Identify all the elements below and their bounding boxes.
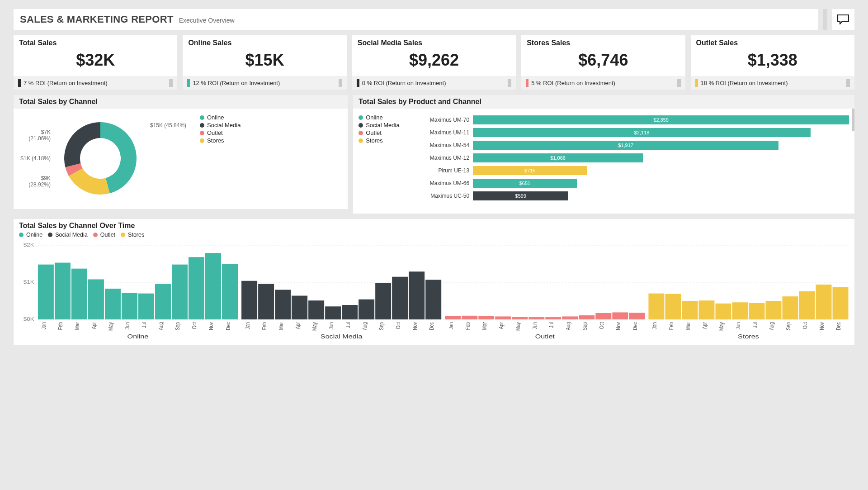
svg-text:Mar: Mar xyxy=(74,322,81,330)
donut-chart-title: Total Sales by Channel xyxy=(14,95,348,109)
svg-text:Apr: Apr xyxy=(497,322,505,329)
svg-text:Aug: Aug xyxy=(564,322,571,330)
svg-text:Mar: Mar xyxy=(684,322,691,330)
svg-text:Apr: Apr xyxy=(701,322,708,329)
timeline-legend: OnlineSocial MediaOutletStores xyxy=(14,231,854,242)
legend-label: Stores xyxy=(366,137,383,144)
timeline-bar xyxy=(392,277,408,319)
product-bar: $2,118 xyxy=(473,128,811,137)
timeline-bar xyxy=(579,315,594,319)
svg-text:Aug: Aug xyxy=(157,322,165,330)
roi-end-marker xyxy=(169,79,173,87)
product-bar-row: Maximus UM-70 $2,359 xyxy=(417,114,849,126)
roi-text: 5 % ROI (Return on Investment) xyxy=(531,80,615,86)
timeline-bar xyxy=(595,313,611,319)
roi-indicator-icon xyxy=(187,79,190,87)
product-name: Maximus UM-70 xyxy=(417,117,473,123)
timeline-bar xyxy=(749,303,764,319)
svg-text:Outlet: Outlet xyxy=(535,333,555,339)
legend-dot-icon xyxy=(48,233,52,237)
svg-text:Jun: Jun xyxy=(327,322,335,329)
product-name: Maximus UM-11 xyxy=(417,129,473,136)
roi-end-marker xyxy=(508,79,511,87)
legend-label: Online xyxy=(26,232,42,238)
svg-text:$1K: $1K xyxy=(24,280,34,285)
timeline-bar xyxy=(359,300,374,319)
roi-indicator-icon xyxy=(357,79,359,87)
timeline-bar xyxy=(833,287,849,319)
kpi-card-stores[interactable]: Stores Sales $6,746 5 % ROI (Return on I… xyxy=(521,35,685,90)
svg-text:Feb: Feb xyxy=(667,322,675,330)
svg-text:Apr: Apr xyxy=(294,322,301,329)
roi-text: 18 % ROI (Return on Investment) xyxy=(701,80,788,86)
kpi-label: Outlet Sales xyxy=(691,35,854,47)
timeline-bar xyxy=(765,301,781,319)
legend-dot-icon xyxy=(93,233,98,237)
timeline-bar xyxy=(425,280,441,319)
timeline-bar xyxy=(799,291,815,319)
svg-text:Nov: Nov xyxy=(208,322,215,330)
svg-text:Aug: Aug xyxy=(361,322,368,330)
donut-chart-panel[interactable]: Total Sales by Channel $7K (21.06%)$1K (… xyxy=(14,95,348,214)
roi-indicator-icon xyxy=(526,79,528,87)
legend-item: Online xyxy=(359,114,408,121)
legend-dot-icon xyxy=(121,233,125,237)
timeline-bar xyxy=(38,265,54,319)
legend-item: Social Media xyxy=(200,122,254,128)
kpi-card-total[interactable]: Total Sales $32K 7 % ROI (Return on Inve… xyxy=(14,35,177,90)
timeline-bar xyxy=(88,279,104,319)
product-bar-row: Maximus UM-12 $1,066 xyxy=(417,152,849,164)
timeline-bar xyxy=(155,284,171,319)
kpi-card-social[interactable]: Social Media Sales $9,262 0 % ROI (Retur… xyxy=(352,35,516,90)
timeline-bar xyxy=(275,290,291,319)
kpi-value: $15K xyxy=(183,47,346,76)
svg-text:Jun: Jun xyxy=(124,322,131,329)
product-name: Pirum UE-13 xyxy=(417,167,473,174)
timeline-bar xyxy=(138,294,154,319)
kpi-card-online[interactable]: Online Sales $15K 12 % ROI (Return on In… xyxy=(183,35,346,90)
svg-text:Aug: Aug xyxy=(768,322,775,330)
legend-item: Social Media xyxy=(359,122,408,128)
svg-text:Dec: Dec xyxy=(428,322,435,330)
legend-label: Outlet xyxy=(207,129,223,136)
kpi-card-outlet[interactable]: Outlet Sales $1,338 18 % ROI (Return on … xyxy=(691,35,854,90)
svg-text:Jul: Jul xyxy=(751,322,758,328)
comment-button[interactable] xyxy=(832,9,854,30)
product-bar: $2,359 xyxy=(473,115,849,124)
scrollbar-thumb[interactable] xyxy=(852,109,854,131)
roi-end-marker xyxy=(677,79,681,87)
timeline-bar xyxy=(205,253,221,319)
timeline-bar xyxy=(308,300,324,319)
svg-text:Jan: Jan xyxy=(40,322,47,329)
timeline-bar xyxy=(241,281,257,319)
product-bar-row: Pirum UE-13 $715 xyxy=(417,165,849,176)
timeline-bar xyxy=(612,312,628,319)
timeline-bar xyxy=(462,316,477,319)
svg-text:Oct: Oct xyxy=(191,322,198,329)
timeline-chart-panel[interactable]: Total Sales by Channel Over Time OnlineS… xyxy=(14,219,854,345)
kpi-roi: 12 % ROI (Return on Investment) xyxy=(183,76,346,90)
svg-text:May: May xyxy=(107,322,114,331)
timeline-bar xyxy=(816,285,832,319)
product-bar: $1,066 xyxy=(473,153,643,162)
product-bar: $1,917 xyxy=(473,141,778,150)
legend-label: Stores xyxy=(207,137,224,144)
timeline-bar xyxy=(342,305,358,319)
svg-text:Feb: Feb xyxy=(57,322,64,330)
donut-slice-social-media xyxy=(64,122,100,167)
svg-text:Sep: Sep xyxy=(785,322,792,330)
legend-dot-icon xyxy=(200,123,204,128)
timeline-bar xyxy=(258,284,274,319)
svg-text:Dec: Dec xyxy=(631,322,638,330)
svg-text:May: May xyxy=(311,322,318,331)
legend-label: Social Media xyxy=(55,232,88,238)
svg-text:Oct: Oct xyxy=(598,322,605,329)
product-bar-row: Maximus UM-11 $2,118 xyxy=(417,127,849,138)
timeline-bar xyxy=(122,293,137,319)
timeline-bar xyxy=(715,304,731,319)
product-chart-panel[interactable]: Total Sales by Product and Channel Onlin… xyxy=(353,95,854,214)
svg-text:Social Media: Social Media xyxy=(321,333,363,339)
product-bar: $715 xyxy=(473,166,587,175)
legend-item: Online xyxy=(200,114,254,121)
svg-text:Mar: Mar xyxy=(277,322,284,330)
